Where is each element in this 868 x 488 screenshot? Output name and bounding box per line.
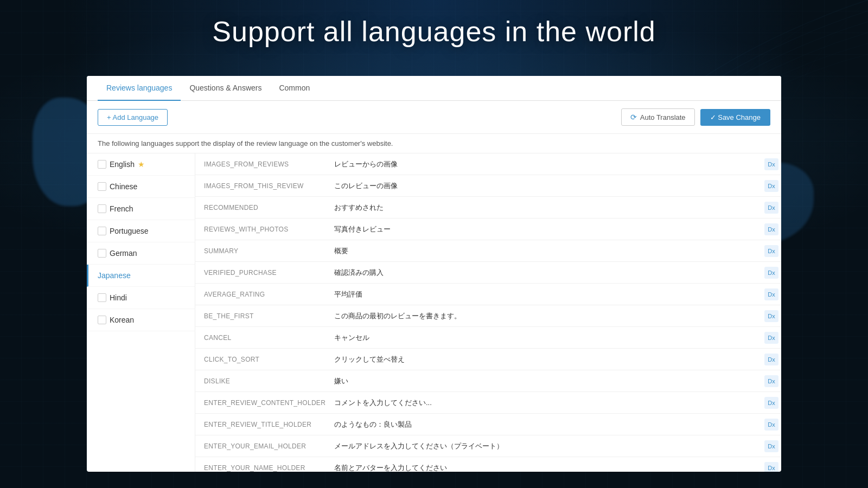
translation-key: REVIEWS_WITH_PHOTOS	[195, 220, 326, 239]
translation-value: 概要	[326, 241, 762, 261]
main-card: Reviews languages Questions & Answers Co…	[87, 76, 781, 472]
translate-row-button[interactable]: Dx	[764, 397, 778, 409]
sidebar-item-korean[interactable]: Korean	[87, 309, 195, 331]
sidebar-item-portuguese[interactable]: Portuguese	[87, 220, 195, 242]
lang-checkbox-english[interactable]	[98, 160, 106, 169]
translation-key: ENTER_YOUR_EMAIL_HOLDER	[195, 437, 326, 455]
translation-action: Dx	[762, 462, 781, 472]
translation-value: おすすめされた	[326, 197, 762, 218]
translation-row: ENTER_REVIEW_TITLE_HOLDERのようなもの：良い製品Dx	[195, 414, 781, 435]
translation-key: IMAGES_FROM_THIS_REVIEW	[195, 177, 326, 195]
translation-action: Dx	[762, 375, 781, 387]
translation-row: SUMMARY概要Dx	[195, 240, 781, 262]
translation-row: RECOMMENDEDおすすめされたDx	[195, 197, 781, 219]
translate-row-button[interactable]: Dx	[764, 310, 778, 322]
add-language-button[interactable]: + Add Language	[98, 109, 168, 126]
translation-value: 平均評価	[326, 284, 762, 305]
auto-translate-button[interactable]: ⟳ Auto Translate	[621, 108, 695, 126]
translation-row: ENTER_YOUR_EMAIL_HOLDERメールアドレスを入力してください（…	[195, 435, 781, 457]
translation-value: 嫌い	[326, 371, 762, 391]
auto-translate-label: Auto Translate	[640, 113, 686, 121]
translation-action: Dx	[762, 332, 781, 344]
translation-row: DISLIKE嫌いDx	[195, 370, 781, 392]
translation-value: 名前とアバターを入力してください	[326, 458, 762, 472]
lang-checkbox-german[interactable]	[98, 249, 106, 258]
translation-key: VERIFIED_PURCHASE	[195, 264, 326, 282]
translation-key: ENTER_YOUR_NAME_HOLDER	[195, 459, 326, 472]
translation-row: IMAGES_FROM_REVIEWSレビューからの画像Dx	[195, 153, 781, 175]
translation-row: AVERAGE_RATING平均評価Dx	[195, 284, 781, 305]
tabs-bar: Reviews languages Questions & Answers Co…	[87, 76, 781, 101]
translate-row-button[interactable]: Dx	[764, 223, 778, 235]
translation-row: ENTER_REVIEW_CONTENT_HOLDERコメントを入力してください…	[195, 392, 781, 414]
tab-reviews-languages[interactable]: Reviews languages	[98, 76, 181, 101]
translation-key: SUMMARY	[195, 242, 326, 260]
translate-row-button[interactable]: Dx	[764, 202, 778, 214]
translation-row: REVIEWS_WITH_PHOTOS写真付きレビューDx	[195, 219, 781, 240]
translation-value: このレビューの画像	[326, 176, 762, 196]
save-change-button[interactable]: ✓ Save Change	[700, 109, 770, 126]
translation-value: 確認済みの購入	[326, 262, 762, 283]
lang-label-portuguese: Portuguese	[110, 227, 149, 235]
translation-action: Dx	[762, 158, 781, 170]
lang-checkbox-chinese[interactable]	[98, 182, 106, 191]
translation-action: Dx	[762, 245, 781, 257]
sidebar-item-hindi[interactable]: Hindi	[87, 287, 195, 309]
translation-action: Dx	[762, 223, 781, 235]
translate-row-button[interactable]: Dx	[764, 288, 778, 300]
toolbar: + Add Language ⟳ Auto Translate ✓ Save C…	[87, 101, 781, 134]
translation-value: のようなもの：良い製品	[326, 414, 762, 435]
translation-action: Dx	[762, 440, 781, 452]
sidebar-item-french[interactable]: French	[87, 198, 195, 220]
translation-action: Dx	[762, 288, 781, 300]
translate-row-button[interactable]: Dx	[764, 332, 778, 344]
translate-row-button[interactable]: Dx	[764, 180, 778, 192]
translation-action: Dx	[762, 180, 781, 192]
translate-row-button[interactable]: Dx	[764, 375, 778, 387]
translate-row-button[interactable]: Dx	[764, 419, 778, 431]
lang-checkbox-french[interactable]	[98, 204, 106, 213]
tab-common[interactable]: Common	[270, 76, 318, 101]
translation-value: コメントを入力してください...	[326, 393, 762, 413]
star-icon: ★	[138, 160, 145, 169]
lang-label-german: German	[110, 249, 137, 258]
translate-row-button[interactable]: Dx	[764, 462, 778, 472]
translate-row-button[interactable]: Dx	[764, 267, 778, 279]
translation-key: ENTER_REVIEW_CONTENT_HOLDER	[195, 394, 326, 412]
sidebar-item-chinese[interactable]: Chinese	[87, 176, 195, 198]
translation-row: CLICK_TO_SORTクリックして並べ替えDx	[195, 349, 781, 370]
sidebar-item-german[interactable]: German	[87, 242, 195, 265]
translate-row-button[interactable]: Dx	[764, 245, 778, 257]
translate-row-button[interactable]: Dx	[764, 158, 778, 170]
translate-icon: ⟳	[630, 113, 637, 121]
translation-key: CLICK_TO_SORT	[195, 350, 326, 369]
translation-value: レビューからの画像	[326, 154, 762, 175]
translation-action: Dx	[762, 310, 781, 322]
lang-checkbox-portuguese[interactable]	[98, 227, 106, 235]
translation-row: VERIFIED_PURCHASE確認済みの購入Dx	[195, 262, 781, 284]
translation-row: CANCELキャンセルDx	[195, 327, 781, 349]
translation-action: Dx	[762, 397, 781, 409]
sidebar-item-japanese[interactable]: Japanese	[87, 265, 195, 287]
lang-label-japanese: Japanese	[98, 271, 131, 280]
translation-value: キャンセル	[326, 328, 762, 348]
translation-action: Dx	[762, 267, 781, 279]
translation-key: IMAGES_FROM_REVIEWS	[195, 155, 326, 174]
info-text: The following languages support the disp…	[87, 134, 781, 153]
lang-checkbox-hindi[interactable]	[98, 293, 106, 302]
sidebar-item-english[interactable]: English★	[87, 153, 195, 176]
translation-key: AVERAGE_RATING	[195, 285, 326, 304]
lang-label-chinese: Chinese	[110, 182, 137, 191]
tab-questions-answers[interactable]: Questions & Answers	[181, 76, 270, 101]
translation-key: RECOMMENDED	[195, 198, 326, 217]
translation-action: Dx	[762, 419, 781, 431]
translation-key: CANCEL	[195, 329, 326, 347]
translate-row-button[interactable]: Dx	[764, 440, 778, 452]
translation-action: Dx	[762, 202, 781, 214]
translation-value: この商品の最初のレビューを書きます。	[326, 306, 762, 326]
translation-value: 写真付きレビュー	[326, 219, 762, 240]
translate-row-button[interactable]: Dx	[764, 354, 778, 365]
hero-title: Support all languages in the world	[0, 0, 868, 48]
lang-checkbox-korean[interactable]	[98, 316, 106, 324]
translation-row: ENTER_YOUR_NAME_HOLDER名前とアバターを入力してくださいDx	[195, 457, 781, 472]
